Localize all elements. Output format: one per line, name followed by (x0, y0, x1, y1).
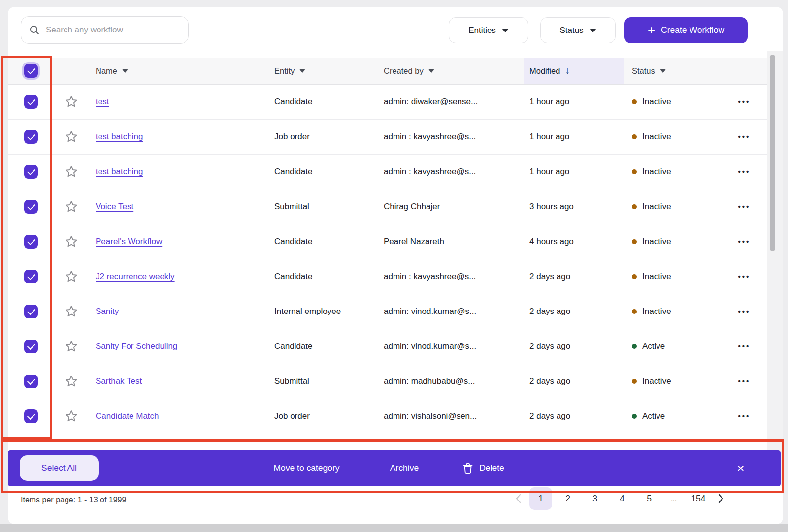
status-filter-label: Status (559, 26, 583, 35)
modified-cell: 1 hour ago (524, 132, 624, 142)
create-workflow-button[interactable]: + Create Workflow (624, 17, 748, 43)
row-checkbox[interactable] (24, 130, 38, 144)
created-by-cell: admin: vinod.kumar@s... (384, 342, 524, 351)
status-label: Inactive (642, 97, 671, 107)
row-actions-button[interactable]: ••• (738, 167, 751, 176)
status-column-header[interactable]: Status (624, 58, 713, 84)
workflow-name-link[interactable]: Pearel's Workflow (96, 237, 162, 246)
status-label: Inactive (642, 202, 671, 212)
row-actions-button[interactable]: ••• (738, 342, 751, 350)
workflow-name-link[interactable]: Sarthak Test (96, 376, 142, 386)
status-label: Active (642, 411, 665, 421)
chevron-down-icon (660, 69, 666, 73)
row-checkbox[interactable] (24, 375, 38, 388)
page-button[interactable]: 4 (611, 487, 633, 510)
entity-cell: Candidate (274, 272, 384, 282)
workflow-name-link[interactable]: Voice Test (96, 202, 133, 211)
row-actions-cell: ••• (713, 237, 767, 247)
plus-icon: + (648, 24, 655, 36)
close-icon: ✕ (737, 463, 745, 474)
delete-button[interactable]: Delete (455, 450, 512, 486)
favorite-star-icon[interactable] (65, 340, 78, 353)
table-row: Sarthak Test Submittal admin: madhubabu@… (8, 364, 767, 399)
row-actions-button[interactable]: ••• (738, 272, 751, 281)
vertical-scrollbar[interactable] (767, 51, 783, 486)
row-checkbox-cell (8, 305, 54, 318)
favorite-star-icon[interactable] (65, 165, 78, 179)
scrollbar-thumb[interactable] (770, 55, 775, 251)
row-checkbox[interactable] (24, 270, 38, 283)
row-actions-cell: ••• (713, 97, 767, 107)
row-checkbox[interactable] (24, 305, 38, 318)
created-by-column-header[interactable]: Created by (384, 58, 524, 84)
modified-cell: 1 hour ago (524, 167, 624, 177)
favorite-star-icon[interactable] (65, 200, 78, 214)
workflow-name-cell: test batching (89, 167, 274, 177)
status-cell: Inactive (624, 307, 713, 316)
status-filter-button[interactable]: Status (540, 17, 616, 43)
favorite-star-icon[interactable] (65, 130, 78, 144)
workflow-name-link[interactable]: Sanity (96, 307, 119, 316)
row-checkbox[interactable] (24, 409, 38, 423)
archive-button[interactable]: Archive (382, 450, 427, 486)
status-cell: Active (624, 342, 713, 351)
row-star-cell (54, 235, 89, 249)
chevron-down-icon (502, 29, 509, 32)
chevron-down-icon (122, 69, 128, 73)
name-column-header[interactable]: Name (89, 58, 274, 84)
row-checkbox[interactable] (24, 95, 38, 109)
workflow-name-link[interactable]: Sanity For Scheduling (96, 342, 177, 351)
modified-cell: 2 days ago (524, 272, 624, 282)
row-actions-button[interactable]: ••• (738, 412, 751, 420)
workflow-name-link[interactable]: test (96, 97, 109, 106)
workflow-name-link[interactable]: test batching (96, 167, 143, 176)
table-row: test Candidate admin: diwaker@sense... 1… (8, 85, 767, 120)
workflow-name-link[interactable]: test batching (96, 132, 143, 141)
entities-filter-button[interactable]: Entities (449, 17, 528, 43)
row-star-cell (54, 340, 89, 353)
page-button[interactable]: 2 (557, 487, 579, 510)
favorite-star-icon[interactable] (65, 270, 78, 283)
workflow-name-link[interactable]: J2 recurrence weekly (96, 272, 175, 281)
status-dot (632, 134, 637, 139)
modified-column-header[interactable]: Modified ↓ (524, 58, 624, 84)
row-actions-button[interactable]: ••• (738, 307, 751, 315)
table-row: test batching Candidate admin : kavyashr… (8, 155, 767, 189)
row-checkbox[interactable] (24, 165, 38, 179)
status-cell: Active (624, 411, 713, 421)
chevron-down-icon (428, 69, 434, 73)
entity-column-header[interactable]: Entity (274, 58, 384, 84)
row-checkbox-cell (8, 340, 54, 353)
status-cell: Inactive (624, 237, 713, 247)
previous-page-button[interactable] (511, 487, 525, 510)
workflow-name-link[interactable]: Candidate Match (96, 411, 159, 421)
page-button[interactable]: 3 (584, 487, 606, 510)
favorite-star-icon[interactable] (65, 409, 78, 423)
favorite-star-icon[interactable] (65, 305, 78, 318)
close-button[interactable]: ✕ (731, 450, 751, 486)
favorite-star-icon[interactable] (65, 95, 78, 109)
row-checkbox-cell (8, 270, 54, 283)
next-page-button[interactable] (714, 487, 728, 510)
row-actions-button[interactable]: ••• (738, 97, 751, 106)
row-checkbox[interactable] (24, 340, 38, 353)
page-button[interactable]: 1 (529, 487, 552, 510)
select-all-button[interactable]: Select All (20, 455, 98, 481)
search-box[interactable] (21, 16, 189, 44)
page-button[interactable]: 154 (687, 487, 710, 510)
status-cell: Inactive (624, 376, 713, 386)
row-actions-button[interactable]: ••• (738, 377, 751, 385)
page-button[interactable]: 5 (638, 487, 660, 510)
row-actions-button[interactable]: ••• (738, 237, 751, 246)
favorite-star-icon[interactable] (65, 235, 78, 249)
row-actions-cell: ••• (713, 272, 767, 282)
row-checkbox-cell (8, 375, 54, 388)
move-to-category-button[interactable]: Move to category (266, 450, 347, 486)
row-checkbox[interactable] (24, 235, 38, 249)
row-checkbox[interactable] (24, 200, 38, 214)
search-input[interactable] (46, 25, 180, 35)
select-all-checkbox[interactable] (24, 64, 38, 78)
row-actions-button[interactable]: ••• (738, 132, 751, 141)
favorite-star-icon[interactable] (65, 375, 78, 388)
row-actions-button[interactable]: ••• (738, 202, 751, 211)
